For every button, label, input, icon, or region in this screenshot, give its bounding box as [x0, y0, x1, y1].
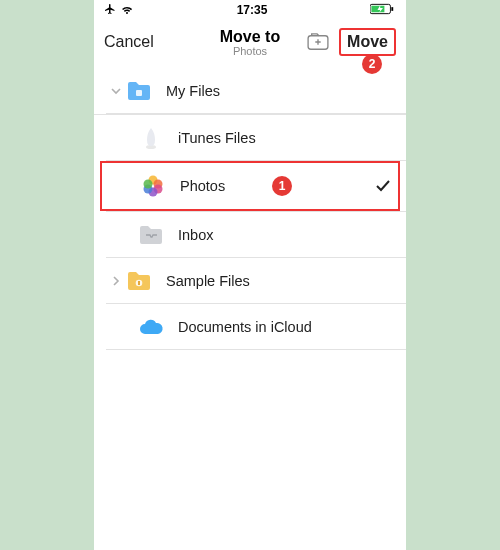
airplane-icon — [104, 3, 116, 18]
checkmark-icon — [368, 179, 398, 193]
svg-rect-4 — [136, 90, 142, 96]
status-bar: 17:35 — [94, 0, 406, 20]
svg-rect-13 — [138, 281, 140, 285]
chevron-down-icon — [106, 85, 126, 97]
itunes-icon — [138, 125, 164, 151]
row-inbox[interactable]: Inbox — [94, 212, 406, 258]
svg-point-11 — [144, 180, 153, 189]
cancel-button[interactable]: Cancel — [104, 33, 154, 51]
row-my-files[interactable]: My Files — [94, 68, 406, 114]
annotation-badge-1: 1 — [272, 176, 292, 196]
row-label: My Files — [166, 83, 406, 99]
row-sample-files[interactable]: Sample Files — [94, 258, 406, 304]
wifi-icon — [120, 3, 134, 18]
folder-list: My Files iTunes Files — [94, 68, 406, 350]
battery-icon — [370, 3, 396, 18]
annotation-highlight-photos: Photos 1 — [100, 161, 400, 211]
inbox-folder-icon — [138, 222, 164, 248]
svg-rect-2 — [391, 7, 393, 11]
clock: 17:35 — [237, 3, 268, 17]
photos-icon — [140, 173, 166, 199]
nav-header: Cancel Move to Photos Move — [94, 20, 406, 64]
folder-icon — [126, 268, 152, 294]
row-label: Documents in iCloud — [178, 319, 406, 335]
phone-frame: 17:35 Cancel Move to Photos Move 2 — [94, 0, 406, 550]
row-label: Inbox — [178, 227, 406, 243]
row-icloud[interactable]: Documents in iCloud — [94, 304, 406, 350]
chevron-right-icon — [106, 275, 126, 287]
icloud-icon — [138, 314, 164, 340]
row-label: Sample Files — [166, 273, 406, 289]
move-button[interactable]: Move — [339, 28, 396, 56]
row-itunes[interactable]: iTunes Files — [94, 115, 406, 161]
row-label: iTunes Files — [178, 130, 406, 146]
row-photos[interactable]: Photos — [102, 163, 398, 209]
folder-icon — [126, 78, 152, 104]
svg-rect-1 — [371, 5, 384, 12]
new-folder-icon[interactable] — [307, 33, 329, 51]
